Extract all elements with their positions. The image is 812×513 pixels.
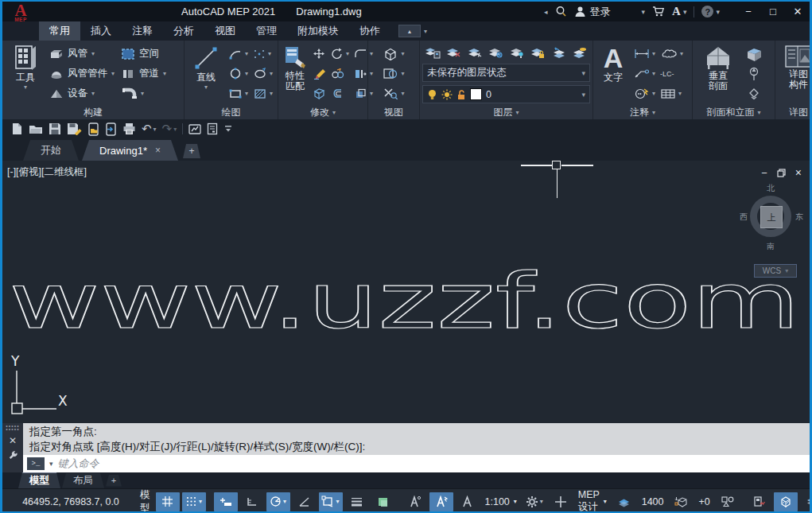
view-cube[interactable]: 北 上 西 东 南: [746, 183, 798, 259]
space-button[interactable]: 空间: [118, 44, 169, 64]
crosshair-customize-button[interactable]: [549, 492, 573, 511]
command-dock-handle[interactable]: •••••••••• ✕: [2, 423, 23, 472]
new-drawing-tab-button[interactable]: +: [183, 144, 200, 158]
layer-lock-button[interactable]: [530, 46, 546, 59]
autodesk-apps-button[interactable]: A ▾: [672, 5, 686, 18]
quick-properties-button[interactable]: [800, 492, 812, 511]
viewcube-south[interactable]: 南: [767, 241, 775, 252]
viewcube-north[interactable]: 北: [767, 183, 775, 194]
viewport-minimize-icon[interactable]: −: [761, 167, 767, 179]
close-command-icon[interactable]: ✕: [9, 435, 17, 446]
layer-properties-button[interactable]: [425, 46, 441, 59]
equipment-button[interactable]: 设备▾: [47, 84, 117, 103]
transparency-button[interactable]: [371, 492, 395, 511]
cut-plane-value[interactable]: 1400: [639, 496, 667, 507]
isodraft-button[interactable]: [293, 492, 317, 511]
point-button[interactable]: ▾: [251, 44, 275, 64]
panel-title-sections[interactable]: 剖面和立面▾: [693, 105, 775, 119]
elevation-mark-button[interactable]: [745, 64, 763, 84]
collapse-search-icon[interactable]: ◂: [544, 8, 548, 16]
search-icon[interactable]: [555, 6, 567, 17]
save-to-mobile-button[interactable]: [105, 122, 117, 136]
label-curve-button[interactable]: -LC-: [658, 64, 686, 84]
tab-insert[interactable]: 插入: [80, 21, 122, 41]
viewcube-top-face[interactable]: 上: [760, 206, 783, 228]
graphics-performance-button[interactable]: [774, 492, 798, 511]
duct-button[interactable]: 风管▾: [47, 44, 117, 64]
command-input-placeholder[interactable]: 键入命令: [58, 457, 99, 471]
open-file-button[interactable]: [29, 122, 43, 135]
annotation-scale-button[interactable]: [456, 492, 480, 511]
tab-manage[interactable]: 管理: [246, 21, 287, 41]
table-button[interactable]: ▾: [658, 84, 686, 103]
tab-annotate[interactable]: 注释: [122, 21, 163, 41]
model-space-button[interactable]: 模型: [137, 488, 153, 513]
workspace-name-dropdown[interactable]: MEP 设计▾: [575, 489, 610, 513]
tab-start[interactable]: 开始: [23, 140, 79, 161]
tab-layout[interactable]: 布局: [62, 473, 104, 488]
panel-title-layers[interactable]: 图层▾: [420, 105, 592, 119]
viewport-controls-label[interactable]: [-][俯视][二维线框]: [7, 165, 87, 179]
revision-cloud-button[interactable]: ▾: [658, 44, 686, 64]
drawing-canvas[interactable]: [-][俯视][二维线框] − × 北 上 西 东 南 WCS▾ www.uzz…: [2, 161, 810, 423]
elevation-value[interactable]: +0: [696, 496, 713, 507]
display-configuration-button[interactable]: [612, 492, 636, 511]
drag-handle-icon[interactable]: ••••••••••: [6, 425, 19, 431]
app-store-cart-icon[interactable]: [652, 6, 665, 17]
lineweight-button[interactable]: [345, 492, 369, 511]
panel-title-annotate[interactable]: 注释▾: [593, 105, 692, 119]
elbow-fitting-button[interactable]: ▾: [118, 84, 169, 103]
view-cube-button[interactable]: ▾: [380, 44, 406, 64]
ellipse-button[interactable]: ▾: [251, 64, 275, 84]
new-file-button[interactable]: [10, 122, 23, 135]
3d-box-button[interactable]: [310, 84, 328, 103]
ortho-button[interactable]: [240, 492, 264, 511]
viewport-restore-icon[interactable]: [777, 169, 786, 177]
text-button[interactable]: A 文字: [595, 42, 631, 105]
signin-button[interactable]: 登录: [574, 5, 611, 19]
viewport-close-icon[interactable]: ×: [795, 166, 802, 179]
recent-commands-icon[interactable]: ▾: [49, 460, 53, 468]
dynamic-input-button[interactable]: [214, 492, 238, 511]
named-views-button[interactable]: ▾: [380, 64, 406, 84]
open-from-mobile-button[interactable]: [87, 122, 99, 136]
tab-addins[interactable]: 附加模块: [287, 21, 349, 41]
help-button[interactable]: ? ▾: [701, 6, 720, 17]
panel-title-modify[interactable]: 修改▾: [278, 105, 367, 119]
command-input-row[interactable]: >_ ▾ 键入命令: [23, 455, 810, 472]
annotation-monitor-button[interactable]: [748, 492, 771, 511]
isolate-objects-button[interactable]: [716, 492, 740, 511]
annotation-visibility-button[interactable]: [403, 492, 427, 511]
close-tab-icon[interactable]: ×: [155, 145, 161, 156]
polar-tracking-button[interactable]: ▾: [266, 492, 290, 511]
layer-state-dropdown[interactable]: 未保存的图层状态▾: [422, 64, 590, 82]
rotate-button[interactable]: ▾: [328, 44, 352, 64]
grid-button[interactable]: [156, 492, 180, 511]
tab-collaborate[interactable]: 协作: [349, 21, 390, 41]
plot-button[interactable]: [122, 122, 136, 135]
layer-match-button[interactable]: [572, 46, 588, 59]
signin-dropdown-icon[interactable]: ▾: [642, 8, 646, 16]
redo-button[interactable]: ↷▾: [162, 122, 177, 136]
layer-freeze-button[interactable]: [488, 46, 503, 59]
ribbon-display-dropdown-icon[interactable]: ▾: [424, 28, 427, 35]
layer-on-button[interactable]: [509, 46, 525, 59]
wrench-icon[interactable]: [8, 450, 18, 461]
dimension-button[interactable]: ▾: [631, 44, 658, 64]
object-snap-button[interactable]: ▾: [319, 492, 343, 511]
layer-previous-button[interactable]: [551, 46, 567, 59]
tab-home[interactable]: 常用: [39, 21, 80, 41]
share-drawing-button[interactable]: [188, 123, 201, 135]
tag-button[interactable]: ▾: [631, 84, 658, 103]
tab-model[interactable]: 模型: [18, 472, 60, 488]
scale-dropdown[interactable]: 1:100▾: [482, 496, 520, 507]
rectangle-button[interactable]: ▾: [226, 84, 251, 103]
maximize-button[interactable]: □: [764, 6, 782, 17]
hatch-button[interactable]: ▾: [251, 84, 275, 103]
layer-isolate-button[interactable]: [467, 46, 483, 59]
tab-analyze[interactable]: 分析: [163, 21, 204, 41]
auto-annotation-scale-button[interactable]: [429, 492, 453, 511]
move-button[interactable]: [310, 44, 328, 64]
tools-button[interactable]: 工具 ▾: [4, 42, 47, 105]
arc-button[interactable]: ▾: [226, 44, 251, 64]
